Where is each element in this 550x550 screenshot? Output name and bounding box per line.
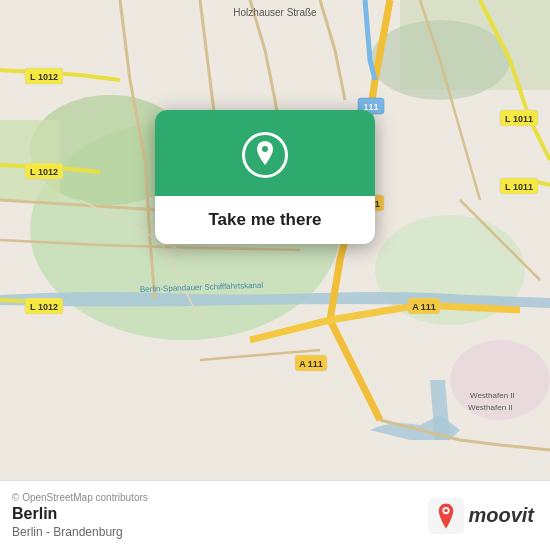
bottom-bar: © OpenStreetMap contributors Berlin Berl… [0, 480, 550, 550]
svg-text:A 111: A 111 [299, 359, 323, 369]
svg-text:Westhafen II: Westhafen II [468, 403, 513, 412]
moovit-text-label: moovit [468, 504, 534, 527]
svg-rect-3 [0, 120, 60, 200]
popup-button-area: Take me there [155, 196, 375, 244]
location-pin-icon [253, 141, 277, 169]
svg-text:L 1012: L 1012 [30, 72, 58, 82]
city-region: Berlin - Brandenburg [12, 525, 148, 539]
svg-text:A 111: A 111 [412, 302, 436, 312]
location-icon-wrap [242, 132, 288, 178]
popup-card: Take me there [155, 110, 375, 244]
map-container: Holzhauser Straße L 1012 L 1012 L 1012 L… [0, 0, 550, 480]
svg-text:L 1011: L 1011 [505, 182, 533, 192]
moovit-logo[interactable]: moovit [428, 498, 534, 534]
road-label-holzhauser: Holzhauser Straße [233, 7, 317, 18]
popup-green-area [155, 110, 375, 196]
svg-point-32 [445, 508, 449, 512]
moovit-logo-icon [428, 498, 464, 534]
svg-text:L 1011: L 1011 [505, 114, 533, 124]
svg-text:Westhafen II: Westhafen II [470, 391, 515, 400]
bottom-left: © OpenStreetMap contributors Berlin Berl… [12, 492, 148, 539]
svg-point-29 [262, 146, 268, 152]
svg-text:L 1012: L 1012 [30, 167, 58, 177]
take-me-there-button[interactable]: Take me there [173, 210, 357, 230]
map-attribution: © OpenStreetMap contributors [12, 492, 148, 503]
svg-text:L 1012: L 1012 [30, 302, 58, 312]
city-name: Berlin [12, 505, 148, 523]
